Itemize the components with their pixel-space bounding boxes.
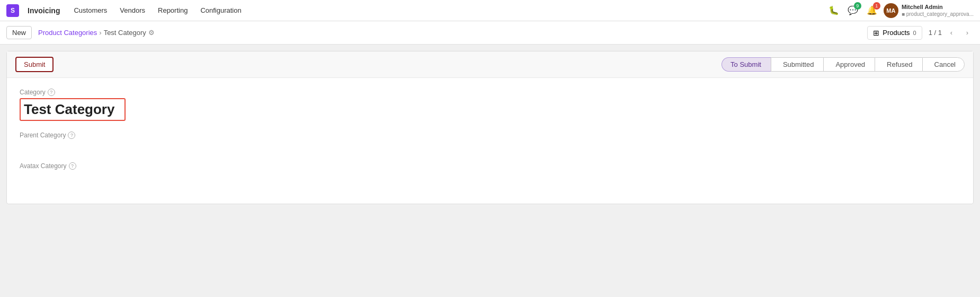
- parent-category-value[interactable]: [20, 141, 960, 152]
- submit-button[interactable]: Submit: [15, 57, 54, 72]
- alert-badge: 1: [873, 2, 880, 10]
- status-to-submit[interactable]: To Submit: [721, 57, 771, 72]
- avatax-category-field-group: Avatax Category ?: [20, 162, 960, 182]
- sub-header: New Product Categories › Test Category ⚙…: [0, 21, 980, 45]
- avatax-category-help-icon[interactable]: ?: [69, 162, 76, 170]
- menu-item-vendors[interactable]: Vendors: [114, 4, 150, 16]
- category-help-icon[interactable]: ?: [48, 89, 55, 96]
- navbar-right: 🐛 💬 9 🔔 1 MA Mitchell Admin ■ product_ca…: [826, 3, 974, 18]
- pagination-text: 1 / 1: [929, 29, 942, 37]
- status-submitted[interactable]: Submitted: [771, 57, 824, 72]
- avatar: MA: [884, 3, 898, 18]
- breadcrumb: Product Categories › Test Category ⚙: [38, 29, 155, 37]
- parent-category-label: Parent Category ?: [20, 132, 960, 139]
- main-area: Submit To Submit Submitted Approved Refu…: [0, 45, 980, 297]
- status-cancel[interactable]: Cancel: [922, 57, 965, 72]
- pagination-prev[interactable]: ‹: [945, 27, 958, 39]
- menu-item-customers[interactable]: Customers: [68, 4, 112, 16]
- category-field-group: Category ? Test Category: [20, 89, 960, 121]
- parent-category-field-group: Parent Category ?: [20, 132, 960, 152]
- bug-icon-btn[interactable]: 🐛: [826, 3, 841, 18]
- action-bar: Submit To Submit Submitted Approved Refu…: [7, 51, 973, 78]
- app-logo[interactable]: S: [6, 4, 19, 17]
- menu-item-configuration[interactable]: Configuration: [195, 4, 246, 16]
- category-value[interactable]: Test Category: [20, 98, 126, 121]
- navbar-left: S Invoicing Customers Vendors Reporting …: [6, 4, 247, 17]
- pagination-next[interactable]: ›: [961, 27, 974, 39]
- user-name: Mitchell Admin: [902, 3, 974, 11]
- navbar: S Invoicing Customers Vendors Reporting …: [0, 0, 980, 21]
- form-area: Category ? Test Category Parent Category…: [7, 78, 973, 204]
- breadcrumb-link-product-categories[interactable]: Product Categories: [38, 29, 97, 37]
- content-card: Submit To Submit Submitted Approved Refu…: [6, 51, 974, 204]
- products-count: 0: [913, 30, 916, 36]
- new-button[interactable]: New: [6, 26, 32, 39]
- breadcrumb-current: Test Category ⚙: [104, 29, 155, 37]
- grid-icon: ⊞: [873, 29, 879, 37]
- status-pipeline: To Submit Submitted Approved Refused Can…: [721, 57, 965, 72]
- status-refused[interactable]: Refused: [875, 57, 922, 72]
- navbar-menu: Customers Vendors Reporting Configuratio…: [68, 4, 246, 16]
- pagination: 1 / 1 ‹ ›: [929, 27, 974, 39]
- breadcrumb-separator: ›: [99, 29, 101, 37]
- avatax-category-label: Avatax Category ?: [20, 162, 960, 170]
- alert-icon-btn[interactable]: 🔔 1: [865, 3, 879, 18]
- sub-header-right: ⊞ Products 0 1 / 1 ‹ ›: [867, 26, 974, 40]
- status-approved[interactable]: Approved: [823, 57, 875, 72]
- chat-icon-btn[interactable]: 💬 9: [845, 3, 860, 18]
- avatax-category-value[interactable]: [20, 172, 960, 182]
- parent-category-help-icon[interactable]: ?: [68, 132, 75, 139]
- category-label: Category ?: [20, 89, 960, 96]
- gear-icon[interactable]: ⚙: [148, 29, 155, 37]
- products-label: Products: [883, 29, 910, 37]
- bug-icon: 🐛: [828, 5, 839, 15]
- user-info[interactable]: MA Mitchell Admin ■ product_category_app…: [884, 3, 974, 18]
- chat-badge: 9: [854, 2, 861, 10]
- user-text: Mitchell Admin ■ product_category_approv…: [902, 3, 974, 18]
- user-sub: ■ product_category_approva...: [902, 11, 974, 18]
- menu-item-reporting[interactable]: Reporting: [153, 4, 193, 16]
- products-button[interactable]: ⊞ Products 0: [867, 26, 922, 40]
- app-name: Invoicing: [28, 6, 60, 15]
